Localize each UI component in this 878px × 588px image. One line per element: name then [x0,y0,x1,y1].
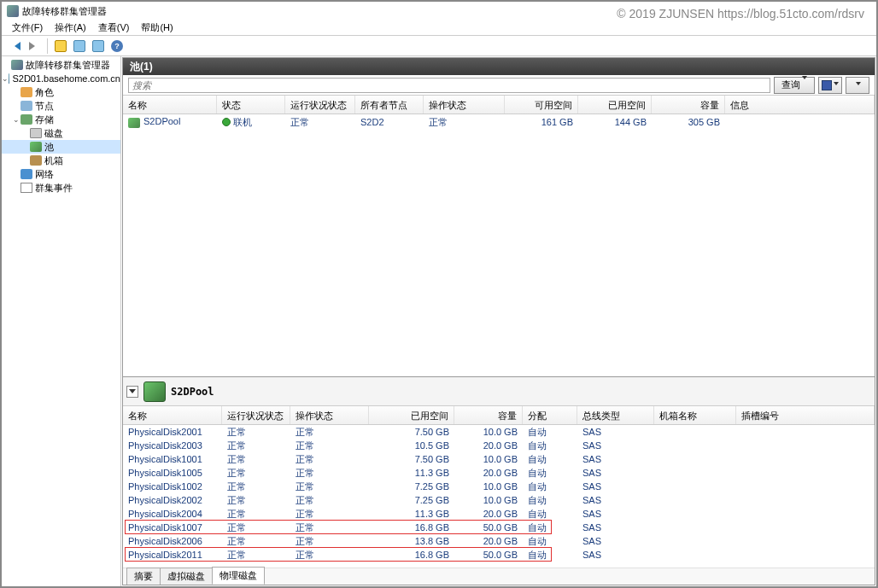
tree-disks[interactable]: 磁盘 [2,126,120,140]
arrow-right-icon [29,42,39,50]
disk-list: PhysicalDisk2001正常正常7.50 GB10.0 GB自动SASP… [123,425,875,568]
tab-summary[interactable]: 摘要 [126,568,161,585]
col-owner[interactable]: 所有者节点 [355,96,424,114]
dcol-chassis[interactable]: 机箱名称 [654,406,736,424]
dcol-health[interactable]: 运行状况状态 [222,406,290,424]
pool-icon [128,118,140,128]
dcol-capacity[interactable]: 容量 [454,406,523,424]
pool-large-icon [143,381,166,402]
watermark: © 2019 ZJUNSEN https://blog.51cto.com/rd… [617,7,864,20]
tree-storage[interactable]: ⌄存储 [2,113,120,126]
detail-section: S2DPool 名称 运行状况状态 操作状态 已用空间 容量 分配 总线类型 机… [123,376,875,585]
tree-root[interactable]: 故障转移群集管理器 [2,58,120,72]
toolbar-btn-1[interactable] [52,38,69,55]
dcol-name[interactable]: 名称 [123,406,222,424]
query-button[interactable]: 查询 [774,77,815,94]
dcol-alloc[interactable]: 分配 [523,406,577,424]
menu-action[interactable]: 操作(A) [50,20,91,36]
detail-header: S2DPool [123,377,875,406]
content-header: 池(1) [123,58,875,75]
detail-tabs: 摘要 虚拟磁盘 物理磁盘 [123,568,875,585]
arrow-left-icon [10,42,20,50]
content-panel: 池(1) 查询 名称 状态 运行状况状态 所有者节点 操作状态 可用空间 已用空… [122,57,875,585]
menu-bar: 文件(F) 操作(A) 查看(V) 帮助(H) [2,20,876,36]
disk-row[interactable]: PhysicalDisk2011正常正常16.8 GB50.0 GB自动SAS [123,548,875,562]
search-input[interactable] [128,78,770,93]
tree-networks[interactable]: 网络 [2,167,120,181]
folder-icon [55,40,67,52]
menu-file[interactable]: 文件(F) [7,20,48,36]
col-name[interactable]: 名称 [123,96,217,114]
col-status[interactable]: 状态 [217,96,285,114]
save-icon [822,80,832,90]
props-icon [92,40,104,52]
chevron-down-icon [856,82,861,88]
menu-help[interactable]: 帮助(H) [136,20,178,36]
dcol-slot[interactable]: 插槽编号 [736,406,875,424]
disk-table-header: 名称 运行状况状态 操作状态 已用空间 容量 分配 总线类型 机箱名称 插槽编号 [123,406,875,425]
detail-title: S2DPool [171,386,214,398]
toolbar-help-button[interactable]: ? [108,38,126,55]
tree-pools[interactable]: 池 [2,140,120,154]
save-dropdown[interactable] [818,77,842,94]
col-free[interactable]: 可用空间 [505,96,578,114]
toolbar-separator [47,38,48,54]
dcol-bus[interactable]: 总线类型 [577,406,654,424]
more-dropdown[interactable] [846,77,869,94]
tree-enclosures[interactable]: 机箱 [2,154,120,167]
chevron-down-icon [129,389,136,397]
col-health[interactable]: 运行状况状态 [285,96,355,114]
tree-nodes[interactable]: 节点 [2,99,120,113]
tree-panel: 故障转移群集管理器 ⌄S2D01.basehome.com.cn 角色 节点 ⌄… [2,56,121,586]
dcol-used[interactable]: 已用空间 [369,406,454,424]
app-icon [7,5,19,17]
toolbar-btn-2[interactable] [71,38,88,55]
col-capacity[interactable]: 容量 [652,96,725,114]
toolbar-btn-3[interactable] [90,38,107,55]
col-opstatus[interactable]: 操作状态 [424,96,505,114]
help-icon: ? [111,40,123,52]
dcol-opstatus[interactable]: 操作状态 [290,406,369,424]
tab-vdisks[interactable]: 虚拟磁盘 [160,568,213,585]
main-area: 故障转移群集管理器 ⌄S2D01.basehome.com.cn 角色 节点 ⌄… [2,56,876,586]
col-info[interactable]: 信息 [725,96,875,114]
tab-pdisks[interactable]: 物理磁盘 [212,567,265,585]
search-row: 查询 [123,75,875,96]
window-title: 故障转移群集管理器 [22,5,107,18]
toolbar: ? [2,36,876,56]
status-ok-icon [222,118,231,126]
nav-forward-button[interactable] [26,38,43,55]
tree-cluster[interactable]: ⌄S2D01.basehome.com.cn [2,72,120,85]
tree-events[interactable]: 群集事件 [2,181,120,195]
pool-row[interactable]: S2DPool 联机 正常 S2D2 正常 161 GB 144 GB 305 … [123,114,875,130]
tree-roles[interactable]: 角色 [2,85,120,99]
collapse-button[interactable] [126,386,138,398]
chevron-down-icon [802,76,807,92]
pool-table-header: 名称 状态 运行状况状态 所有者节点 操作状态 可用空间 已用空间 容量 信息 [123,96,875,114]
view-icon [73,40,85,52]
pool-table: 名称 状态 运行状况状态 所有者节点 操作状态 可用空间 已用空间 容量 信息 … [123,96,875,130]
chevron-down-icon [834,82,839,88]
col-used[interactable]: 已用空间 [578,96,652,114]
nav-back-button[interactable] [7,38,24,55]
menu-view[interactable]: 查看(V) [93,20,135,36]
spacer [123,130,875,376]
